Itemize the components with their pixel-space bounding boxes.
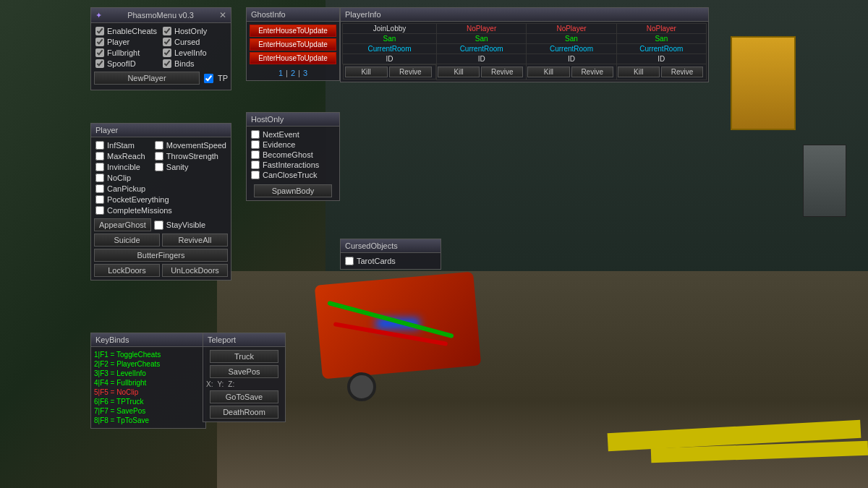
checkbox-evidence[interactable] [251,140,260,149]
checkbox-tarotcards-row: TarotCards [344,256,438,266]
phasmo-close-button[interactable]: ✕ [219,10,226,20]
gotosave-btn-container: GoToSave [206,390,282,403]
keybind-3: 3|F3 = LevelInfo [94,369,203,378]
enter-house-btn-1[interactable]: EnterHouseToUpdate [250,25,336,37]
butterfingers-button[interactable]: ButterFingers [94,249,228,262]
pi-join-2: NoPlayer [436,24,526,34]
gotosave-button[interactable]: GoToSave [210,390,278,403]
ghost-link-1[interactable]: 1 [278,69,283,77]
checkbox-player-label: Player [107,38,129,46]
revive-btn-4[interactable]: Revive [661,67,703,77]
pi-join-row: JoinLobby NoPlayer NoPlayer NoPlayer [343,24,707,34]
checkbox-throwstrength[interactable] [155,152,163,160]
kill-btn-3[interactable]: Kill [527,67,569,77]
ghostinfo-panel-content: EnterHouseToUpdate EnterHouseToUpdate En… [247,22,339,80]
checkbox-binds-label: Binds [174,59,195,68]
ghostinfo-panel-title: GhostInfo [251,10,286,19]
ghost-separator-1: | [286,69,288,77]
checkbox-invincible[interactable] [95,163,104,171]
checkbox-tp[interactable] [204,74,213,83]
checkbox-movespeed-label: MovementSpeed [166,141,226,150]
kill-btn-2[interactable]: Kill [438,67,480,77]
ghost-link-2[interactable]: 2 [291,69,295,77]
checkbox-binds[interactable] [163,59,171,68]
unlockdoors-button[interactable]: UnLockDoors [162,264,228,277]
butterfingers-row: ButterFingers [94,249,228,262]
checkbox-noclip[interactable] [95,174,104,182]
deathroom-button[interactable]: DeathRoom [210,406,278,419]
checkbox-tarotcards[interactable] [345,257,354,265]
checkbox-pocketeverything[interactable] [95,195,104,204]
keybinds-panel-content: 1|F1 = ToggleCheats 2|F2 = PlayerCheats … [91,347,205,428]
playerinfo-panel-header: PlayerInfo [341,8,708,22]
coords-row: X: Y: Z: [206,380,282,388]
pi-room-3: CurrentRoom [527,44,616,54]
checkbox-hostonly[interactable] [163,27,171,35]
lockdoors-button[interactable]: LockDoors [94,264,160,277]
checkbox-infstam-row: InfStam [94,140,153,150]
checkbox-spoofid[interactable] [95,59,104,68]
revive-btn-2[interactable]: Revive [481,67,523,77]
enter-house-btn-3[interactable]: EnterHouseToUpdate [250,52,336,64]
keybinds-panel-title: KeyBinds [95,335,129,344]
keybind-5: 5|F5 = NoClip [94,388,203,397]
checkbox-levelinfo[interactable] [163,48,171,57]
pi-room-1: CurrentRoom [343,44,437,54]
checkbox-hostonly-row: HostOnly [161,26,228,36]
ghost-link-3[interactable]: 3 [303,69,307,77]
deathroom-btn-container: DeathRoom [206,406,282,419]
checkbox-spoofid-label: SpoofID [107,59,136,68]
checkbox-canclosetruck-label: CanCloseTruck [263,171,317,179]
checkbox-fullbright[interactable] [95,48,104,57]
pi-room-row: CurrentRoom CurrentRoom CurrentRoom Curr… [343,44,707,54]
appear-ghost-row: AppearGhost StayVisible [94,218,228,231]
checkbox-nextevent[interactable] [251,130,260,139]
checkbox-nextevent-label: NextEvent [263,130,299,139]
player-action-buttons: AppearGhost StayVisible Suicide ReviveAl… [94,218,228,277]
kill-btn-4[interactable]: Kill [618,67,660,77]
checkbox-fastinteractions-label: FastInteractions [263,160,319,169]
checkbox-infstam[interactable] [95,141,104,150]
revive-btn-3[interactable]: Revive [571,67,613,77]
savepos-button[interactable]: SavePos [210,365,278,378]
checkbox-tp-label: TP [218,74,228,82]
checkbox-canclosetruck[interactable] [251,171,260,179]
enter-house-btn-2[interactable]: EnterHouseToUpdate [250,38,336,51]
suicide-button[interactable]: Suicide [94,234,160,247]
checkbox-fullbright-label: Fullbright [107,48,140,57]
doors-row: LockDoors UnLockDoors [94,264,228,277]
checkbox-fastinteractions[interactable] [251,160,260,169]
revive-btn-1[interactable]: Revive [389,67,432,77]
appear-ghost-button[interactable]: AppearGhost [94,218,151,231]
checkbox-movespeed-row: MovementSpeed [153,140,228,150]
revive-all-button[interactable]: ReviveAll [162,234,228,247]
cursed-objects-panel: CursedObjects TarotCards [340,239,441,270]
checkbox-cursed[interactable] [163,38,171,46]
checkbox-enablecheats[interactable] [95,27,104,35]
checkbox-stayvisible[interactable] [154,221,163,230]
checkbox-canpickup[interactable] [95,184,104,193]
pi-name-3: San [527,34,616,44]
coord-z-label: Z: [228,380,234,388]
checkbox-sanity[interactable] [155,163,163,171]
checkbox-canpickup-label: CanPickup [107,184,145,193]
checkbox-movespeed[interactable] [155,141,163,150]
checkbox-becomeghost[interactable] [251,150,260,159]
spawnbody-button[interactable]: SpawnBody [254,184,332,197]
kill-btn-1[interactable]: Kill [345,67,388,77]
phasmo-menu-panel: ✦ PhasmoMenu v0.3 ✕ EnableCheats HostOnl… [90,7,231,90]
truck-btn-container: Truck [206,350,282,363]
checkbox-evidence-label: Evidence [263,140,295,149]
checkbox-player[interactable] [95,38,104,46]
pi-name-4: San [616,34,706,44]
phasmo-logo-icon: ✦ [95,11,102,20]
truck-button[interactable]: Truck [210,350,278,363]
pi-room-2: CurrentRoom [436,44,526,54]
shelf-item [803,145,846,217]
player-checkboxes-grid: InfStam MovementSpeed MaxReach ThrowStre… [94,140,228,215]
newplayer-button[interactable]: NewPlayer [94,72,200,85]
keybind-7: 7|F7 = SavePos [94,406,203,416]
cursed-panel-header: CursedObjects [341,239,441,253]
checkbox-maxreach[interactable] [95,152,104,160]
checkbox-completemissions[interactable] [95,206,104,215]
